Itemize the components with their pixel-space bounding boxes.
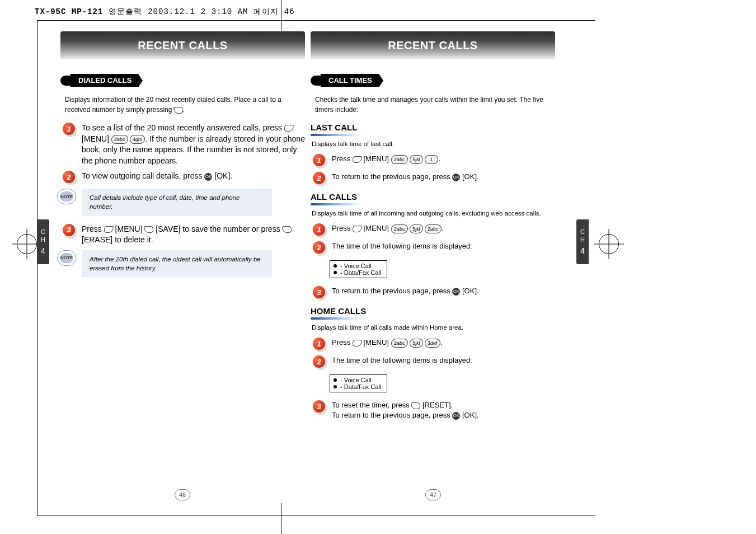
subhead-home-calls: HOME CALLS	[311, 306, 555, 316]
chapter-tab-left: CH4	[37, 219, 49, 264]
last-step-2: 2 To return to the previous page, press …	[313, 172, 555, 185]
crop-ko: 영문출력	[109, 7, 142, 17]
subhead-all-calls: ALL CALLS	[311, 192, 555, 202]
page-title: RECENT CALLS	[138, 39, 227, 52]
note-icon: NOTE	[57, 189, 76, 204]
crop-line	[37, 20, 595, 21]
home-step-3: 3 To reset the timer, press [RESET]. To …	[313, 400, 555, 420]
softkey-icon	[103, 226, 114, 233]
key-2-icon: 2abc	[111, 135, 128, 144]
key-5-icon: 5jkl	[409, 155, 423, 164]
page-title-bar: RECENT CALLS	[60, 31, 305, 59]
all-step-2: 2 The time of the following items is dis…	[313, 241, 555, 255]
ok-key-icon: OK	[452, 288, 460, 296]
step-3: 3 Press [MENU] [SAVE] to save the number…	[63, 224, 305, 246]
key-2-icon: 2abc	[425, 224, 442, 233]
home-step-1: 1 Press [MENU] 2abc 5jkl 3def.	[313, 338, 555, 351]
subhead-underline	[311, 317, 361, 320]
subdesc: Displays talk time of all calls made wit…	[312, 323, 555, 332]
step-1: 1 To see a list of the 20 most recently …	[63, 123, 305, 166]
note-2: NOTE After the 20th dialed call, the old…	[57, 250, 305, 277]
section-intro: Checks the talk time and manages your ca…	[315, 95, 555, 115]
section-heading-dialed: DIALED CALLS	[60, 74, 138, 87]
key-5-icon: 5jkl	[409, 339, 423, 348]
subdesc: Displays talk time of last call.	[312, 139, 555, 148]
items-box: - Voice Call - Data/Fax Call	[330, 260, 387, 278]
page-47: RECENT CALLS CALL TIMES Checks the talk …	[311, 31, 555, 425]
note-1: NOTE Call details include type of call, …	[57, 189, 305, 216]
send-key-icon	[173, 107, 184, 114]
page-number-left: 46	[175, 489, 190, 500]
crop-time: 2 3:10 AM	[201, 7, 248, 16]
subhead-last-call: LAST CALL	[311, 123, 555, 132]
section-heading-calltimes: CALL TIMES	[311, 74, 379, 87]
last-step-1: 1 Press [MENU] 2abc 5jkl 1.	[313, 154, 555, 167]
key-2-icon: 2abc	[391, 339, 408, 348]
crop-page: 페이지 46	[253, 7, 294, 17]
page-46: RECENT CALLS DIALED CALLS Displays infor…	[60, 31, 305, 285]
softkey-right-icon	[281, 226, 292, 233]
ok-key-icon: OK	[452, 174, 460, 181]
crop-file: TX-95C MP-121	[35, 7, 103, 16]
home-step-2: 2 The time of the following items is dis…	[313, 355, 555, 369]
softkey-right-icon	[411, 402, 421, 409]
page-title-bar: RECENT CALLS	[311, 31, 555, 59]
softkey-icon	[352, 340, 363, 346]
reg-target-icon	[599, 234, 619, 254]
reg-mark	[281, 0, 281, 31]
softkey-icon	[284, 125, 294, 132]
note-icon: NOTE	[57, 250, 76, 266]
subdesc: Displays talk time of all incoming and o…	[312, 209, 555, 218]
ok-key-icon: OK	[452, 412, 460, 420]
reg-mark	[281, 503, 281, 534]
crop-line	[37, 20, 37, 516]
key-2-icon: 2abc	[391, 224, 408, 233]
items-box: - Voice Call - Data/Fax Call	[330, 374, 387, 392]
page-title: RECENT CALLS	[388, 39, 477, 52]
subhead-underline	[311, 203, 361, 205]
crop-header: TX-95C MP-121 영문출력 2003.12.1 2 3:10 AM 페…	[35, 6, 295, 18]
reg-target-icon	[17, 234, 37, 254]
key-2-icon: 2abc	[391, 155, 408, 164]
all-step-1: 1 Press [MENU] 2abc 5jkl 2abc.	[313, 223, 555, 237]
crop-date: 2003.12.1	[148, 7, 195, 16]
chapter-tab-right: CH4	[576, 219, 589, 264]
key-4-icon: 4ghi	[130, 135, 145, 144]
softkey-right-icon	[144, 226, 154, 233]
key-3-icon: 3def	[425, 339, 441, 348]
section-intro: Displays information of the 20 most rece…	[65, 95, 305, 115]
crop-line	[37, 516, 595, 516]
softkey-icon	[352, 226, 363, 232]
key-1-icon: 1	[425, 155, 439, 164]
key-5-icon: 5jkl	[409, 224, 423, 233]
page-number-right: 47	[425, 489, 441, 500]
subhead-underline	[311, 134, 361, 136]
softkey-icon	[352, 156, 363, 163]
all-step-3: 3 To return to the previous page, press …	[313, 286, 555, 299]
step-2: 2 To view outgoing call details, press O…	[63, 171, 305, 184]
ok-key-icon: OK	[204, 173, 212, 181]
